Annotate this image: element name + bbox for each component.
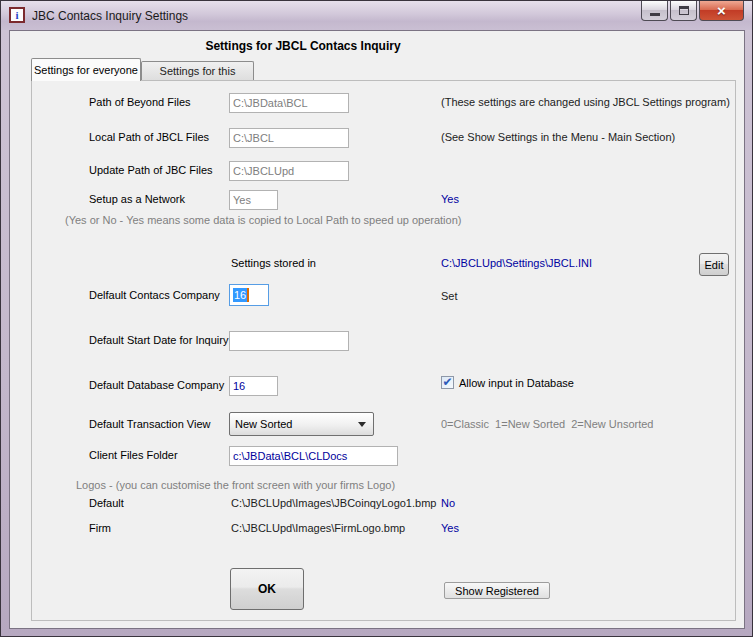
checkbox-box: ✔ [441, 376, 454, 389]
note-settings-changed: (These settings are changed using JBCL S… [441, 96, 730, 108]
tab-page [31, 80, 736, 621]
path-of-beyond-files-input[interactable] [229, 93, 349, 113]
show-registered-button[interactable]: Show Registered [444, 582, 550, 599]
ok-button[interactable]: OK [230, 568, 304, 610]
label-database-company: Default Database Company [89, 379, 224, 391]
label-logo-firm: Firm [89, 522, 111, 534]
label-update-path-jbc: Update Path of JBC Files [89, 164, 213, 176]
selected-text: 16 [233, 288, 247, 302]
contacs-company-status: Set [441, 290, 458, 302]
local-path-jbcl-input[interactable] [229, 128, 349, 148]
label-logo-default: Default [89, 497, 124, 509]
label-transaction-view: Default Transaction View [89, 418, 210, 430]
minimize-icon [650, 13, 660, 16]
logos-note: Logos - (you can customise the front scr… [76, 479, 395, 491]
label-settings-stored-in: Settings stored in [231, 257, 316, 269]
close-button[interactable]: × [699, 1, 744, 21]
allow-input-label: Allow input in Database [459, 377, 574, 389]
setup-as-network-input[interactable] [229, 190, 278, 210]
contacs-company-input[interactable]: 16 [229, 284, 269, 306]
label-local-path-jbcl: Local Path of JBCL Files [89, 131, 209, 143]
label-setup-as-network: Setup as a Network [89, 193, 185, 205]
label-start-date: Default Start Date for Inquiry [89, 334, 228, 346]
tab-settings-for-this-screen[interactable]: Settings for this screen [141, 61, 254, 80]
check-icon: ✔ [442, 376, 452, 388]
info-icon: i [9, 7, 25, 23]
note-show-settings: (See Show Settings in the Menu - Main Se… [441, 131, 675, 143]
start-date-input[interactable] [229, 331, 349, 351]
network-status-value: Yes [441, 193, 459, 205]
transaction-view-legend: 0=Classic 1=New Sorted 2=New Unsorted [441, 418, 653, 430]
maximize-button[interactable] [670, 1, 697, 21]
settings-file-path: C:\JBCLUpd\Settings\JBCL.INI [441, 257, 592, 269]
info-icon-glyph: i [15, 9, 18, 21]
page-title: Settings for JBCL Contacs Inquiry [10, 39, 596, 53]
database-company-input[interactable] [229, 376, 278, 396]
logo-default-path: C:\JBCLUpd\Images\JBCoinqyLogo1.bmp [231, 497, 436, 509]
dropdown-selected-value: New Sorted [235, 418, 292, 430]
transaction-view-dropdown[interactable]: New Sorted [229, 412, 374, 436]
text-caret [247, 288, 249, 302]
dialog-body: Settings for JBCL Contacs Inquiry Settin… [9, 30, 745, 629]
tab-settings-for-everyone[interactable]: Settings for everyone [31, 58, 141, 81]
label-client-files-folder: Client Files Folder [89, 449, 178, 461]
minimize-button[interactable] [641, 1, 668, 21]
logo-firm-path: C:\JBCLUpd\Images\FirmLogo.bmp [231, 522, 405, 534]
allow-input-checkbox[interactable]: ✔ Allow input in Database [441, 376, 574, 389]
logo-default-status: No [441, 497, 455, 509]
update-path-jbc-input[interactable] [229, 161, 349, 181]
logo-firm-status: Yes [441, 522, 459, 534]
label-path-of-beyond-files: Path of Beyond Files [89, 96, 191, 108]
window-controls: × [641, 1, 744, 21]
edit-button[interactable]: Edit [699, 253, 729, 276]
window-title: JBC Contacs Inquiry Settings [32, 9, 188, 23]
dialog-window: i JBC Contacs Inquiry Settings × Setting… [0, 0, 753, 637]
note-yes-or-no: (Yes or No - Yes means some data is copi… [65, 214, 461, 226]
client-files-folder-input[interactable] [229, 446, 398, 466]
close-icon: × [717, 3, 726, 18]
label-contacs-company: Delfault Contacs Company [89, 289, 220, 301]
maximize-icon [679, 6, 689, 15]
chevron-down-icon [358, 422, 366, 427]
titlebar[interactable]: i JBC Contacs Inquiry Settings × [1, 1, 752, 30]
